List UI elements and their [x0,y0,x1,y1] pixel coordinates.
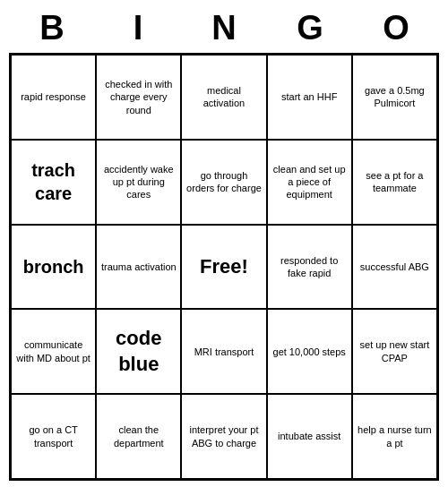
bingo-cell-5[interactable]: trach care [11,140,96,225]
letter-g: G [271,9,349,47]
bingo-cell-23[interactable]: intubate assist [267,394,352,479]
bingo-cell-10[interactable]: bronch [11,225,96,310]
bingo-cell-12[interactable]: Free! [181,225,266,310]
bingo-cell-17[interactable]: MRI transport [181,309,266,394]
letter-i: I [99,9,177,47]
bingo-cell-20[interactable]: go on a CT transport [11,394,96,479]
bingo-cell-3[interactable]: start an HHF [267,55,352,140]
bingo-cell-7[interactable]: go through orders for charge [181,140,266,225]
bingo-cell-15[interactable]: communicate with MD about pt [11,309,96,394]
bingo-cell-8[interactable]: clean and set up a piece of equipment [267,140,352,225]
bingo-cell-1[interactable]: checked in with charge every round [96,55,181,140]
bingo-cell-13[interactable]: responded to fake rapid [267,225,352,310]
bingo-cell-14[interactable]: successful ABG [352,225,437,310]
letter-b: B [13,9,91,47]
bingo-cell-2[interactable]: medical activation [181,55,266,140]
bingo-cell-11[interactable]: trauma activation [96,225,181,310]
bingo-cell-24[interactable]: help a nurse turn a pt [352,394,437,479]
bingo-title: B I N G O [9,0,439,53]
bingo-cell-4[interactable]: gave a 0.5mg Pulmicort [352,55,437,140]
bingo-cell-16[interactable]: code blue [96,309,181,394]
bingo-cell-6[interactable]: accidently wake up pt during cares [96,140,181,225]
letter-o: O [357,9,435,47]
bingo-grid: rapid responsechecked in with charge eve… [9,53,439,481]
bingo-cell-0[interactable]: rapid response [11,55,96,140]
bingo-cell-9[interactable]: see a pt for a teammate [352,140,437,225]
letter-n: N [185,9,263,47]
bingo-cell-21[interactable]: clean the department [96,394,181,479]
bingo-cell-19[interactable]: set up new start CPAP [352,309,437,394]
bingo-cell-22[interactable]: interpret your pt ABG to charge [181,394,266,479]
bingo-cell-18[interactable]: get 10,000 steps [267,309,352,394]
